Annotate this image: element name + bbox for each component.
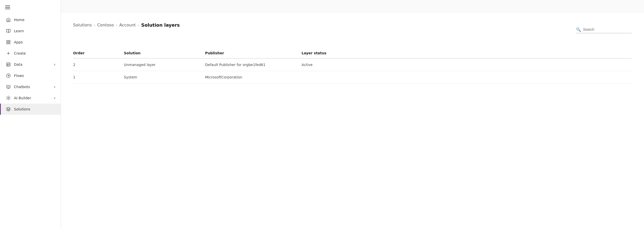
- main-header: [61, 0, 644, 12]
- home-icon: [6, 17, 11, 22]
- table-header: OrderSolutionPublisherLayer status: [73, 48, 632, 58]
- chatbots-icon: [6, 84, 11, 89]
- create-icon: [6, 51, 11, 56]
- sidebar-item-home[interactable]: Home: [0, 14, 61, 25]
- data-icon: [6, 62, 11, 67]
- breadcrumb-current: Solution layers: [141, 22, 180, 28]
- table-col-publisher: Publisher: [205, 48, 302, 58]
- sidebar-item-label-flows: Flows: [14, 74, 56, 78]
- flows-icon: [6, 73, 11, 78]
- search-box[interactable]: 🔍: [576, 27, 632, 33]
- svg-rect-6: [7, 63, 10, 66]
- hamburger-menu[interactable]: [0, 0, 61, 13]
- table-row[interactable]: 1SystemMicrosoftCorporation: [73, 71, 632, 84]
- breadcrumb: Solutions›Contoso›Account›Solution layer…: [73, 22, 180, 28]
- svg-rect-2: [7, 43, 8, 44]
- sidebar-item-learn[interactable]: Learn: [0, 25, 61, 37]
- table-cell-layer_status-1: [302, 71, 632, 84]
- svg-point-13: [8, 87, 8, 87]
- table-cell-layer_status-0: Active: [302, 58, 632, 71]
- table-cell-order-0: 2: [73, 58, 124, 71]
- table-col-layer_status: Layer status: [302, 48, 632, 58]
- breadcrumb-row: Solutions›Contoso›Account›Solution layer…: [73, 22, 632, 38]
- learn-icon: [6, 28, 11, 34]
- solution-layers-table: OrderSolutionPublisherLayer status 2Unma…: [73, 48, 632, 84]
- sidebar-item-solutions[interactable]: Solutions: [0, 104, 61, 115]
- search-input[interactable]: [583, 27, 629, 31]
- table-row[interactable]: 2Unmanaged layerDefault Publisher for or…: [73, 58, 632, 71]
- main-area: Solutions›Contoso›Account›Solution layer…: [61, 0, 644, 229]
- svg-rect-0: [7, 40, 8, 42]
- svg-rect-12: [7, 85, 10, 88]
- sidebar-item-label-create: Create: [14, 51, 56, 55]
- sidebar-item-label-learn: Learn: [14, 29, 56, 33]
- svg-rect-3: [9, 43, 10, 44]
- sidebar-item-label-apps: Apps: [14, 40, 56, 44]
- table-cell-order-1: 1: [73, 71, 124, 84]
- sidebar-item-flows[interactable]: Flows: [0, 70, 61, 81]
- table-body: 2Unmanaged layerDefault Publisher for or…: [73, 58, 632, 84]
- sidebar-item-create[interactable]: Create: [0, 48, 61, 59]
- sidebar: HomeLearnAppsCreateData∨FlowsChatbots∨AI…: [0, 0, 61, 229]
- table-col-order: Order: [73, 48, 124, 58]
- sidebar-item-apps[interactable]: Apps: [0, 37, 61, 48]
- breadcrumb-item-account[interactable]: Account: [119, 23, 136, 27]
- table-cell-publisher-0: Default Publisher for orgbe1fed61: [205, 58, 302, 71]
- breadcrumb-item-contoso[interactable]: Contoso: [97, 23, 114, 27]
- breadcrumb-item-solutions[interactable]: Solutions: [73, 23, 92, 27]
- apps-icon: [6, 40, 11, 45]
- chevron-down-icon-ai-builder: ∨: [54, 96, 56, 100]
- main-content: Solutions›Contoso›Account›Solution layer…: [61, 12, 644, 229]
- sidebar-item-chatbots[interactable]: Chatbots∨: [0, 81, 61, 92]
- table-cell-publisher-1: MicrosoftCorporation: [205, 71, 302, 84]
- sidebar-item-label-solutions: Solutions: [14, 107, 56, 111]
- table-cell-solution-0: Unmanaged layer: [124, 58, 205, 71]
- breadcrumb-separator: ›: [94, 23, 95, 27]
- solutions-icon: [6, 107, 11, 112]
- sidebar-item-label-data: Data: [14, 62, 51, 67]
- sidebar-item-label-chatbots: Chatbots: [14, 85, 51, 89]
- chevron-down-icon-data: ∨: [54, 63, 56, 66]
- table-header-row: OrderSolutionPublisherLayer status: [73, 48, 632, 58]
- table-col-solution: Solution: [124, 48, 205, 58]
- sidebar-item-data[interactable]: Data∨: [0, 59, 61, 70]
- breadcrumb-separator: ›: [138, 23, 139, 27]
- sidebar-item-ai-builder[interactable]: AI Builder∨: [0, 92, 61, 104]
- svg-point-14: [9, 87, 9, 87]
- sidebar-item-label-ai-builder: AI Builder: [14, 96, 51, 100]
- breadcrumb-separator: ›: [116, 23, 117, 27]
- search-icon: 🔍: [576, 27, 581, 32]
- svg-point-15: [8, 97, 9, 99]
- chevron-down-icon-chatbots: ∨: [54, 85, 56, 89]
- sidebar-nav: HomeLearnAppsCreateData∨FlowsChatbots∨AI…: [0, 13, 61, 116]
- sidebar-item-label-home: Home: [14, 18, 56, 22]
- table-cell-solution-1: System: [124, 71, 205, 84]
- ai-builder-icon: [6, 95, 11, 101]
- svg-rect-1: [9, 40, 10, 42]
